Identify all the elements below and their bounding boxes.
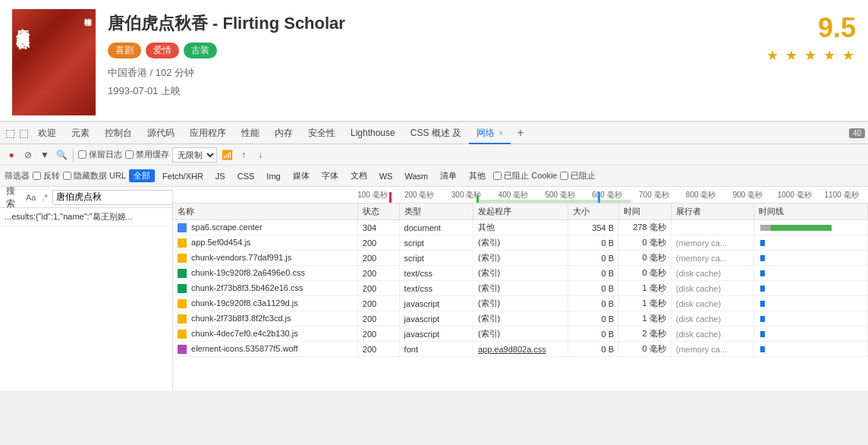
throttle-select[interactable]: 无限制 <box>172 147 217 163</box>
cell-initiator: (索引) <box>473 281 568 296</box>
cell-type: script <box>399 251 473 266</box>
th-performer[interactable]: 展行者 <box>671 204 754 220</box>
tab-add-button[interactable]: + <box>511 122 530 144</box>
movie-date: 1993-07-01 上映 <box>108 84 754 98</box>
cell-name[interactable]: chunk-4dec7ef0.e4c2b130.js <box>173 327 357 342</box>
disable-cache-checkbox[interactable]: 禁用缓存 <box>125 149 169 160</box>
filter-type-font[interactable]: 字体 <box>317 169 343 182</box>
table-row[interactable]: chunk-2f73b8f3.8f2fc3cd.js 200 javascrip… <box>173 311 868 327</box>
preserve-log-checkbox[interactable]: 保留日志 <box>78 149 122 160</box>
cell-name[interactable]: chunk-19c920f8.c3a1129d.js <box>173 296 357 311</box>
preserve-log-input[interactable] <box>78 150 86 159</box>
table-row[interactable]: chunk-vendors.77daf991.js 200 script (索引… <box>173 251 868 266</box>
filter-type-css[interactable]: CSS <box>233 171 259 181</box>
blocked-requests-input[interactable] <box>560 172 568 180</box>
tab-network[interactable]: 网络 × <box>469 122 511 144</box>
table-row[interactable]: spa6.scrape.center 304 document 其他 354 B… <box>173 220 868 235</box>
tab-network-close[interactable]: × <box>498 129 503 137</box>
filter-type-other[interactable]: 其他 <box>464 169 490 182</box>
cell-initiator[interactable]: app.ea9d802a.css <box>473 342 568 357</box>
dot-icon: .* <box>40 193 49 202</box>
table-wrapper[interactable]: 名称 状态 类型 发起程序 大小 时间 展行者 时间线 spa6.scrape.… <box>173 204 868 390</box>
tab-welcome[interactable]: 欢迎 <box>30 122 64 144</box>
cell-name[interactable]: chunk-2f73b8f3.8f2fc3cd.js <box>173 311 357 327</box>
cell-time: 278 毫秒 <box>619 220 671 235</box>
cell-name[interactable]: element-icons.535877f5.woff <box>173 342 357 357</box>
table-row[interactable]: chunk-19c920f8.2a6496e0.css 200 text/css… <box>173 266 868 281</box>
cell-status: 200 <box>357 281 399 296</box>
hide-data-urls-input[interactable] <box>63 172 71 180</box>
filter-type-media[interactable]: 媒体 <box>288 169 314 182</box>
devtools-icon-left[interactable]: ⬚ <box>3 126 17 140</box>
blocked-cookies-input[interactable] <box>493 172 502 180</box>
cell-name[interactable]: chunk-vendors.77daf991.js <box>173 251 357 266</box>
table-row[interactable]: chunk-2f73b8f3.5b462e16.css 200 text/css… <box>173 281 868 296</box>
filter-type-doc[interactable]: 文档 <box>346 169 372 182</box>
cell-timeline <box>754 311 868 327</box>
tag-romance[interactable]: 爱情 <box>146 43 179 58</box>
tab-memory[interactable]: 内存 <box>267 122 300 144</box>
download-icon[interactable]: ↓ <box>253 148 267 162</box>
stop-button[interactable]: ⊘ <box>21 148 35 162</box>
tag-comedy[interactable]: 喜剧 <box>108 43 141 58</box>
filter-type-all[interactable]: 全部 <box>129 169 155 182</box>
blocked-cookies-checkbox[interactable]: 已阻止 Cookie <box>493 170 557 181</box>
filter-type-ws[interactable]: WS <box>375 171 398 181</box>
cell-status: 200 <box>357 327 399 342</box>
th-size[interactable]: 大小 <box>568 204 619 220</box>
table-row[interactable]: chunk-4dec7ef0.e4c2b130.js 200 javascrip… <box>173 327 868 342</box>
tab-css-overview[interactable]: CSS 概述 及 <box>403 122 469 144</box>
table-row[interactable]: element-icons.535877f5.woff 200 font app… <box>173 342 868 357</box>
cell-time: 1 毫秒 <box>619 296 671 311</box>
disable-cache-input[interactable] <box>125 150 134 159</box>
cell-timeline <box>754 327 868 342</box>
search-result-item[interactable]: ...esults:{"id":1,"name":"葛王别姬... <box>0 208 172 226</box>
tag-ancient[interactable]: 古装 <box>184 43 217 58</box>
tab-security[interactable]: 安全性 <box>300 122 343 144</box>
ruler-label-1000: 1000 毫秒 <box>771 190 818 200</box>
cell-name[interactable]: spa6.scrape.center <box>173 220 357 235</box>
th-type[interactable]: 类型 <box>399 204 473 220</box>
cell-name[interactable]: app.5ef0d454.js <box>173 235 357 251</box>
tab-application[interactable]: 应用程序 <box>182 122 234 144</box>
search-button[interactable]: 🔍 <box>55 148 68 162</box>
tab-elements[interactable]: 元素 <box>64 122 97 144</box>
filter-type-manifest[interactable]: 清单 <box>436 169 461 182</box>
filter-type-fetch-xhr[interactable]: Fetch/XHR <box>158 171 208 181</box>
tab-sources[interactable]: 源代码 <box>140 122 182 144</box>
hide-data-urls-checkbox[interactable]: 隐藏数据 URL <box>63 170 126 181</box>
blocked-requests-checkbox[interactable]: 已阻止 <box>560 170 596 181</box>
cell-status: 200 <box>357 296 399 311</box>
timeline-marker-pink <box>389 192 392 203</box>
table-row[interactable]: app.5ef0d454.js 200 script (索引) 0 B 0 毫秒… <box>173 235 868 251</box>
cell-name[interactable]: chunk-19c920f8.2a6496e0.css <box>173 266 357 281</box>
search-input[interactable] <box>52 190 173 205</box>
th-time[interactable]: 时间 <box>619 204 671 220</box>
movie-rating: 9.5 ★ ★ ★ ★ ★ <box>766 9 856 64</box>
th-timeline[interactable]: 时间线 <box>754 204 868 220</box>
tab-lighthouse[interactable]: Lighthouse <box>343 122 403 144</box>
cell-size: 0 B <box>568 266 619 281</box>
cell-timeline <box>754 220 868 235</box>
record-button[interactable]: ● <box>5 148 18 162</box>
filter-type-wasm[interactable]: Wasm <box>400 171 432 181</box>
cell-name[interactable]: chunk-2f73b8f3.5b462e16.css <box>173 281 357 296</box>
th-initiator[interactable]: 发起程序 <box>473 204 568 220</box>
movie-title: 唐伯虎点秋香 - Flirting Scholar <box>108 12 754 35</box>
th-name[interactable]: 名称 <box>173 204 357 220</box>
cell-type: text/css <box>399 266 473 281</box>
reverse-input[interactable] <box>33 172 41 180</box>
upload-icon[interactable]: ↑ <box>237 148 250 162</box>
reverse-checkbox[interactable]: 反转 <box>33 170 60 181</box>
devtools-icon-right[interactable]: ⬚ <box>17 126 30 140</box>
th-status[interactable]: 状态 <box>357 204 399 220</box>
tab-console[interactable]: 控制台 <box>97 122 140 144</box>
tab-performance[interactable]: 性能 <box>234 122 267 144</box>
wifi-icon[interactable]: 📶 <box>220 148 234 162</box>
cell-performer: (disk cache) <box>671 281 754 296</box>
filter-type-js[interactable]: JS <box>211 171 230 181</box>
cell-initiator: (索引) <box>473 311 568 327</box>
table-row[interactable]: chunk-19c920f8.c3a1129d.js 200 javascrip… <box>173 296 868 311</box>
filter-button[interactable]: ▼ <box>38 148 52 162</box>
filter-type-img[interactable]: Img <box>262 171 285 181</box>
